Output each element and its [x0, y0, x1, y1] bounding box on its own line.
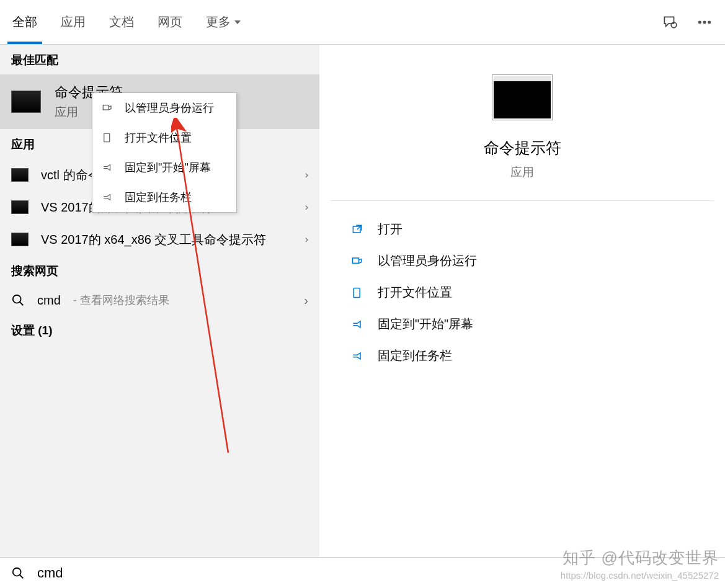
cmd-icon	[11, 233, 29, 246]
app-label: VS 2017的 x64_x86 交叉工具命令提示符	[41, 231, 293, 248]
search-bar	[0, 557, 725, 588]
svg-point-12	[13, 568, 21, 576]
action-label: 以管理员身份运行	[378, 252, 477, 269]
chevron-right-icon: ›	[305, 169, 308, 180]
action-label: 打开	[378, 221, 403, 238]
search-input[interactable]	[37, 565, 714, 581]
chevron-right-icon: ›	[305, 234, 308, 245]
detail-thumbnail	[492, 74, 553, 120]
action-label: 固定到"开始"屏幕	[378, 316, 473, 332]
cm-label: 固定到"开始"屏幕	[125, 160, 211, 175]
chevron-down-icon	[234, 20, 241, 24]
cmd-icon	[11, 168, 29, 182]
web-query: cmd	[37, 293, 61, 308]
tab-apps[interactable]: 应用	[61, 0, 86, 44]
search-icon	[11, 566, 25, 580]
detail-actions: 打开 以管理员身份运行 打开文件位置 固定到"开始"屏幕	[331, 201, 714, 384]
more-icon[interactable]	[696, 14, 713, 30]
web-item[interactable]: cmd - 查看网络搜索结果 ›	[0, 285, 319, 315]
cm-open-location[interactable]: 打开文件位置	[92, 123, 236, 153]
left-pane: 最佳匹配 命令提示符 应用 应用 vctl 的命令提示符 › VS 2017的开…	[0, 45, 319, 557]
svg-point-1	[698, 21, 701, 24]
svg-point-2	[703, 21, 706, 24]
action-open[interactable]: 打开	[345, 213, 699, 245]
svg-rect-10	[354, 288, 360, 297]
app-item[interactable]: VS 2017的 x64_x86 交叉工具命令提示符 ›	[0, 223, 319, 256]
action-open-location[interactable]: 打开文件位置	[345, 277, 699, 308]
tab-docs[interactable]: 文档	[109, 0, 134, 44]
shield-icon	[101, 102, 113, 114]
action-run-as-admin[interactable]: 以管理员身份运行	[345, 245, 699, 277]
action-pin-taskbar[interactable]: 固定到任务栏	[345, 340, 699, 372]
settings-header: 设置 (1)	[0, 315, 319, 345]
svg-line-13	[20, 574, 24, 578]
folder-icon	[101, 131, 113, 144]
svg-point-4	[13, 295, 21, 303]
header: 全部 应用 文档 网页 更多	[0, 0, 725, 45]
detail-subtitle: 应用	[510, 164, 534, 180]
cm-label: 打开文件位置	[125, 130, 192, 145]
svg-rect-7	[104, 133, 110, 142]
chevron-right-icon: ›	[305, 202, 308, 213]
tabs: 全部 应用 文档 网页 更多	[12, 0, 241, 44]
svg-rect-9	[353, 258, 359, 263]
search-icon	[11, 293, 25, 307]
detail-title: 命令提示符	[484, 138, 561, 158]
right-pane: 命令提示符 应用 打开 以管理员身份运行 打开文件位置	[319, 45, 725, 557]
context-menu: 以管理员身份运行 打开文件位置 固定到"开始"屏幕 固定到任务栏	[92, 92, 237, 213]
feedback-icon[interactable]	[662, 14, 678, 30]
cmd-icon	[11, 200, 29, 214]
tab-all[interactable]: 全部	[12, 0, 37, 44]
action-pin-start[interactable]: 固定到"开始"屏幕	[345, 308, 699, 340]
cmd-icon	[11, 91, 41, 113]
shield-icon	[350, 254, 364, 268]
header-right	[662, 14, 713, 30]
svg-line-5	[20, 302, 24, 306]
action-label: 固定到任务栏	[378, 347, 452, 364]
best-match-header: 最佳匹配	[0, 45, 319, 74]
cm-pin-start[interactable]: 固定到"开始"屏幕	[92, 153, 236, 182]
pin-icon	[101, 191, 113, 203]
open-icon	[350, 223, 364, 236]
web-hint: - 查看网络搜索结果	[73, 293, 169, 308]
tab-web[interactable]: 网页	[158, 0, 182, 44]
tab-more[interactable]: 更多	[206, 0, 241, 44]
cm-run-as-admin[interactable]: 以管理员身份运行	[92, 93, 236, 123]
web-header: 搜索网页	[0, 256, 319, 285]
content: 最佳匹配 命令提示符 应用 应用 vctl 的命令提示符 › VS 2017的开…	[0, 45, 725, 557]
chevron-right-icon: ›	[304, 293, 308, 308]
svg-point-3	[708, 21, 711, 24]
cm-label: 固定到任务栏	[125, 190, 192, 205]
pin-icon	[350, 318, 364, 331]
action-label: 打开文件位置	[378, 284, 452, 301]
pin-icon	[350, 349, 364, 363]
cm-pin-taskbar[interactable]: 固定到任务栏	[92, 182, 236, 212]
folder-icon	[350, 286, 364, 300]
tab-more-label: 更多	[206, 14, 231, 30]
detail-card: 命令提示符 应用	[331, 56, 714, 201]
pin-icon	[101, 161, 113, 174]
svg-rect-6	[103, 105, 109, 110]
cm-label: 以管理员身份运行	[125, 100, 214, 115]
